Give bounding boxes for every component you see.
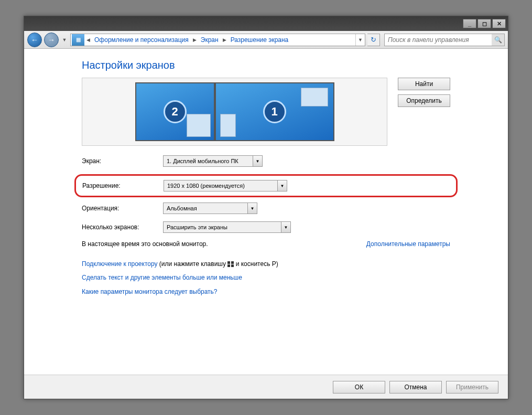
identify-button[interactable]: Определить (398, 94, 450, 107)
help-links: Подключение к проектору (или нажмите кла… (82, 257, 450, 299)
search-icon[interactable]: 🔍 (492, 34, 504, 46)
detect-button[interactable]: Найти (398, 78, 450, 90)
ok-button[interactable]: ОК (333, 381, 385, 393)
advanced-settings-link[interactable]: Дополнительные параметры (366, 240, 450, 248)
multiple-displays-value: Расширить эти экраны (164, 224, 281, 230)
search-box: 🔍 (384, 34, 505, 46)
resolution-combo[interactable]: 1920 x 1080 (рекомендуется) ▼ (164, 180, 287, 191)
chevron-down-icon[interactable]: ▼ (253, 156, 262, 166)
monitor-2-badge: 2 (164, 100, 187, 123)
address-dropdown[interactable]: ▼ (355, 34, 365, 46)
resolution-row-highlight: Разрешение: 1920 x 1080 (рекомендуется) … (74, 174, 458, 197)
orientation-label: Ориентация: (82, 205, 163, 212)
breadcrumb-display[interactable]: Экран (198, 36, 222, 44)
monitor-1[interactable]: 1 (215, 82, 334, 141)
display-label: Экран: (82, 157, 163, 165)
display-side-buttons: Найти Определить (398, 78, 450, 107)
projector-hint-a: (или нажмите клавишу (159, 260, 226, 268)
multiple-displays-combo[interactable]: Расширить эти экраны ▼ (163, 221, 291, 233)
navbar: ← → ▼ ▦ ◀ Оформление и персонализация ▶ … (24, 31, 508, 49)
display-combo[interactable]: 1. Дисплей мобильного ПК ▼ (163, 155, 263, 167)
primary-monitor-status: В настоящее время это основной монитор. (82, 240, 208, 248)
refresh-button[interactable]: ↻ (367, 34, 380, 46)
orientation-value: Альбомная (164, 205, 247, 211)
which-settings-link[interactable]: Какие параметры монитора следует выбрать… (82, 288, 218, 295)
multiple-displays-label: Несколько экранов: (82, 224, 163, 231)
window: _ ◻ ✕ ← → ▼ ▦ ◀ Оформление и персонализа… (24, 16, 508, 399)
monitor-1-badge: 1 (263, 100, 286, 123)
forward-button: → (44, 33, 59, 47)
display-preview[interactable]: 2 1 (82, 78, 387, 146)
window-thumb (220, 114, 236, 137)
chevron-down-icon[interactable]: ▼ (247, 203, 257, 214)
windows-key-icon (227, 261, 234, 267)
minimize-button[interactable]: _ (463, 19, 476, 28)
chevron-left-icon[interactable]: ◀ (85, 37, 91, 42)
window-thumb (187, 114, 211, 137)
monitor-2[interactable]: 2 (135, 82, 215, 141)
resolution-label: Разрешение: (82, 182, 164, 189)
projector-hint-b: и коснитесь P) (236, 260, 278, 268)
projector-link[interactable]: Подключение к проектору (82, 260, 158, 268)
breadcrumb-appearance[interactable]: Оформление и персонализация (91, 36, 192, 44)
settings-form: Экран: 1. Дисплей мобильного ПК ▼ Разреш… (82, 155, 450, 299)
apply-button: Применить (446, 381, 498, 393)
breadcrumb-resolution[interactable]: Разрешение экрана (227, 36, 292, 44)
chevron-right-icon[interactable]: ▶ (222, 37, 227, 42)
cancel-button[interactable]: Отмена (389, 381, 442, 393)
address-bar[interactable]: ▦ ◀ Оформление и персонализация ▶ Экран … (70, 34, 365, 46)
page-title: Настройки экранов (82, 59, 450, 71)
chevron-down-icon[interactable]: ▼ (281, 222, 290, 232)
resolution-value: 1920 x 1080 (рекомендуется) (164, 183, 277, 189)
window-thumb (301, 88, 328, 107)
history-dropdown[interactable]: ▼ (61, 35, 68, 45)
orientation-combo[interactable]: Альбомная ▼ (163, 203, 257, 214)
content: Настройки экранов 2 1 Найти Определить (24, 49, 508, 375)
maximize-button[interactable]: ◻ (477, 19, 491, 28)
back-button[interactable]: ← (27, 33, 42, 47)
search-input[interactable] (385, 36, 492, 44)
footer: ОК Отмена Применить (24, 375, 508, 399)
chevron-down-icon[interactable]: ▼ (277, 180, 287, 191)
display-value: 1. Дисплей мобильного ПК (164, 158, 253, 164)
text-size-link[interactable]: Сделать текст и другие элементы больше и… (82, 274, 242, 281)
chevron-right-icon[interactable]: ▶ (192, 37, 198, 42)
control-panel-icon: ▦ (72, 34, 84, 46)
close-button[interactable]: ✕ (492, 19, 506, 28)
titlebar: _ ◻ ✕ (24, 16, 508, 31)
